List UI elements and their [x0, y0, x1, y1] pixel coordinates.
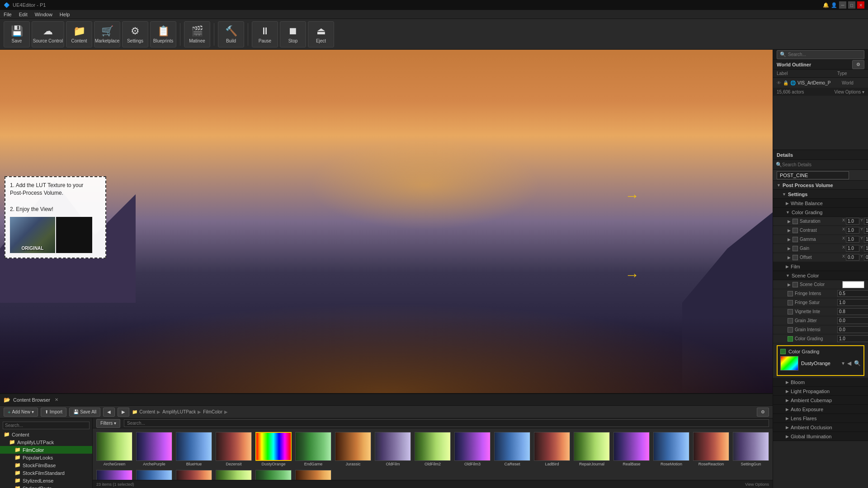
prop-sat-reset[interactable]: ▶ — [788, 219, 791, 224]
tree-item-filmcolor[interactable]: 📁 FilmColor — [0, 446, 92, 454]
prop-sat-y[interactable] — [864, 218, 868, 225]
prop-gam-reset[interactable]: ▶ — [788, 237, 791, 242]
prop-gain-reset[interactable]: ▶ — [788, 246, 791, 251]
prop-gam-y[interactable] — [864, 236, 868, 243]
outliner-search-input[interactable] — [788, 52, 861, 57]
menu-window[interactable]: Window — [35, 12, 52, 17]
add-new-button[interactable]: + Add New ▾ — [4, 408, 38, 417]
section-white-balance[interactable]: ▶ White Balance — [773, 199, 868, 208]
prop-gam-checkbox[interactable] — [793, 237, 798, 242]
asset-oldfilm2[interactable]: OldFilm2 — [414, 431, 452, 467]
build-button[interactable]: 🔨 Build — [218, 21, 244, 47]
section-lens-flares[interactable]: ▶ Lens Flares — [773, 414, 868, 423]
asset-oldfilm3[interactable]: OldFilm3 — [453, 431, 491, 467]
content-button[interactable]: 📁 Content — [66, 21, 92, 47]
sidebar-search-input[interactable] — [3, 422, 90, 429]
asset-dezensit[interactable]: Dezensit — [215, 431, 253, 467]
prop-gain-y[interactable] — [864, 245, 868, 252]
view-options-label[interactable]: View Options — [745, 482, 769, 487]
section-global-illumination[interactable]: ▶ Global Illumination — [773, 432, 868, 441]
asset-row2-6[interactable] — [294, 469, 332, 480]
prop-vi-value[interactable] — [837, 308, 868, 315]
asset-oldfilm[interactable]: OldFilm — [374, 431, 412, 467]
asset-row2-5[interactable] — [255, 469, 292, 480]
section-scene-color[interactable]: ▼ Scene Color — [773, 271, 868, 280]
tree-item-stylizedlense[interactable]: 📁 StylizedLense — [0, 477, 92, 484]
prop-con-y[interactable] — [864, 227, 868, 234]
prop-cgv-value[interactable] — [837, 335, 868, 342]
section-color-grading[interactable]: ▼ Color Grading — [773, 208, 868, 217]
prop-fs-checkbox[interactable] — [788, 300, 793, 305]
save-all-button[interactable]: 💾 Save All — [69, 408, 100, 417]
dp-search-input[interactable] — [782, 162, 865, 167]
asset-settinggun[interactable]: SettingGun — [732, 431, 770, 467]
section-ambient-cubemap[interactable]: ▶ Ambient Cubemap — [773, 396, 868, 405]
section-light-prop[interactable]: ▶ Light Propagation — [773, 387, 868, 396]
maximize-button[interactable]: □ — [848, 1, 855, 9]
asset-careset[interactable]: CaReset — [493, 431, 531, 467]
section-post-process[interactable]: ▼ Post Process Volume — [773, 181, 868, 190]
asset-row2-1[interactable] — [95, 469, 133, 480]
wo-item-vis[interactable]: 👁 🔒 🌐 VIS_ArtDemo_P World — [773, 79, 868, 87]
asset-bluehue[interactable]: BlueHue — [175, 431, 213, 467]
prop-gain-checkbox[interactable] — [793, 246, 798, 251]
menu-file[interactable]: File — [4, 12, 12, 17]
source-control-button[interactable]: ☁ Source Control — [32, 21, 64, 47]
asset-dustyorange[interactable]: DustyOrange — [255, 431, 292, 467]
asset-row2-3[interactable] — [175, 469, 213, 480]
settings-button[interactable]: ⚙ Settings — [122, 21, 148, 47]
asset-rosemotion[interactable]: RoseMotion — [652, 431, 690, 467]
stop-button[interactable]: ⏹ Stop — [280, 21, 306, 47]
asset-row2-2[interactable] — [135, 469, 173, 480]
close-button[interactable]: ✕ — [857, 1, 864, 9]
nav-forward-button[interactable]: ▶ — [118, 408, 129, 417]
asset-endgame[interactable]: EndGame — [294, 431, 332, 467]
cg-search-icon[interactable]: 🔍 — [854, 360, 861, 366]
tree-item-stockfilmstandard[interactable]: 📁 StockFilmStandard — [0, 469, 92, 477]
prop-gam-x[interactable] — [846, 236, 859, 243]
prop-cgv-checkbox[interactable] — [788, 336, 793, 342]
cg-dropdown-arrow[interactable]: ▾ — [842, 360, 844, 366]
cg-arrow-left[interactable]: ◀ — [847, 360, 851, 366]
save-button[interactable]: 💾 Save — [4, 21, 30, 47]
prop-sc-reset[interactable]: ▶ — [788, 282, 791, 287]
cb-tab-label[interactable]: Content Browser — [13, 397, 50, 403]
settings-icon-button[interactable]: ⚙ — [757, 408, 769, 417]
pause-button[interactable]: ⏸ Pause — [252, 21, 278, 47]
blueprints-button[interactable]: 📋 Blueprints — [150, 21, 176, 47]
prop-off-x[interactable] — [846, 254, 859, 261]
asset-row2-4[interactable] — [215, 469, 253, 480]
minimize-button[interactable]: ─ — [839, 1, 846, 9]
asset-search-input[interactable] — [124, 419, 769, 427]
prop-gj-checkbox[interactable] — [788, 318, 793, 324]
breadcrumb-filmcolor[interactable]: FilmColor — [203, 409, 222, 414]
tree-item-amplify[interactable]: 📁 AmplifyLUTPack — [0, 438, 92, 446]
tree-item-stockfilmbase[interactable]: 📁 StockFilmBase — [0, 461, 92, 469]
prop-sat-checkbox[interactable] — [793, 219, 798, 224]
asset-jurassic[interactable]: Jurassic — [334, 431, 372, 467]
viewport[interactable]: 1. Add the LUT Texture to yourPost-Proce… — [0, 50, 773, 393]
import-button[interactable]: ⬆ Import — [41, 408, 66, 417]
prop-sc-checkbox[interactable] — [793, 282, 798, 287]
nav-back-button[interactable]: ◀ — [103, 408, 115, 417]
section-auto-exposure[interactable]: ▶ Auto Exposure — [773, 405, 868, 414]
tree-item-content[interactable]: 📁 Content — [0, 431, 92, 438]
eject-button[interactable]: ⏏ Eject — [308, 21, 334, 47]
prop-con-reset[interactable]: ▶ — [788, 228, 791, 233]
breadcrumb-content[interactable]: Content — [139, 409, 155, 414]
prop-fi-value[interactable] — [837, 290, 868, 297]
prop-vi-checkbox[interactable] — [788, 309, 793, 314]
cb-close-icon[interactable]: ✕ — [55, 397, 58, 402]
cg-color-swatch[interactable] — [780, 356, 798, 371]
asset-realbase[interactable]: RealBase — [613, 431, 651, 467]
prop-fs-value[interactable] — [837, 299, 868, 306]
filters-button[interactable]: Filters ▾ — [96, 419, 120, 428]
asset-ladbird[interactable]: LadBird — [533, 431, 571, 467]
prop-gj-value[interactable] — [837, 317, 868, 324]
wo-settings-button[interactable]: ⚙ — [852, 60, 864, 69]
prop-con-checkbox[interactable] — [793, 228, 798, 233]
breadcrumb-amplify[interactable]: AmplifyLUTPack — [162, 409, 196, 414]
prop-off-checkbox[interactable] — [793, 255, 798, 260]
asset-archepurple[interactable]: ArchePurple — [135, 431, 173, 467]
tree-item-popularlooks[interactable]: 📁 PopularLooks — [0, 454, 92, 461]
